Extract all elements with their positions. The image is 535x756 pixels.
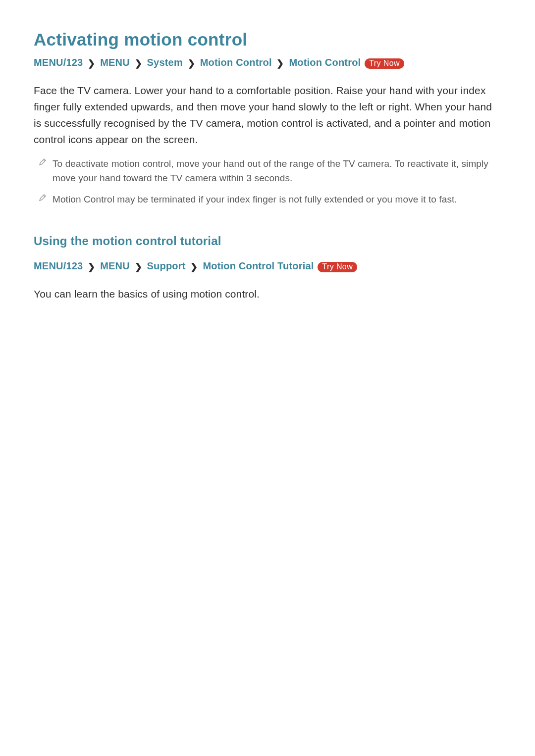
chevron-right-icon: ❯ [188, 56, 195, 70]
paragraph-main-2: You can learn the basics of using motion… [34, 286, 501, 302]
note-text: To deactivate motion control, move your … [53, 156, 501, 185]
menu-path-1: MENU/123 ❯ MENU ❯ System ❯ Motion Contro… [34, 55, 501, 70]
chevron-right-icon: ❯ [135, 56, 142, 70]
nav-item[interactable]: Motion Control [200, 57, 272, 68]
heading-tutorial: Using the motion control tutorial [34, 234, 501, 248]
nav-item[interactable]: MENU/123 [34, 260, 83, 271]
nav-item[interactable]: Motion Control [289, 57, 361, 68]
page: Activating motion control MENU/123 ❯ MEN… [0, 0, 535, 302]
chevron-right-icon: ❯ [88, 260, 95, 274]
pencil-icon [36, 193, 50, 204]
try-now-badge[interactable]: Try Now [365, 58, 404, 69]
paragraph-main-1: Face the TV camera. Lower your hand to a… [34, 82, 501, 148]
note-row: Motion Control may be terminated if your… [36, 192, 501, 206]
nav-item[interactable]: Support [147, 260, 186, 271]
nav-item[interactable]: MENU [100, 57, 130, 68]
menu-path-2: MENU/123 ❯ MENU ❯ Support ❯ Motion Contr… [34, 259, 501, 274]
nav-item[interactable]: System [147, 57, 183, 68]
chevron-right-icon: ❯ [190, 260, 198, 274]
nav-item[interactable]: MENU/123 [34, 57, 83, 68]
note-text: Motion Control may be terminated if your… [53, 192, 457, 206]
heading-activating-motion-control: Activating motion control [34, 30, 501, 50]
chevron-right-icon: ❯ [135, 260, 142, 274]
try-now-badge[interactable]: Try Now [318, 262, 357, 272]
nav-item[interactable]: Motion Control Tutorial [203, 260, 314, 271]
nav-item[interactable]: MENU [100, 260, 130, 271]
chevron-right-icon: ❯ [88, 56, 95, 70]
chevron-right-icon: ❯ [276, 56, 284, 70]
pencil-icon [36, 157, 50, 168]
note-row: To deactivate motion control, move your … [36, 156, 501, 185]
